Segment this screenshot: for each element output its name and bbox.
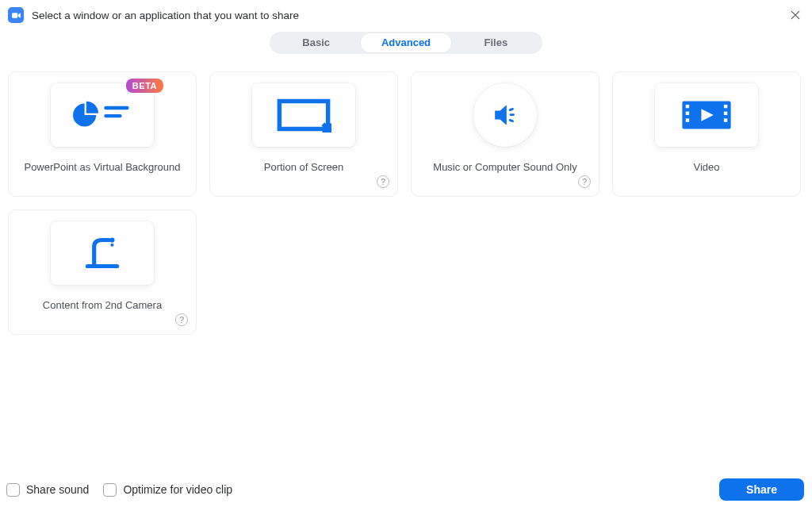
close-icon (790, 10, 801, 21)
speaker-icon (488, 98, 523, 133)
option-thumb (252, 83, 355, 147)
window-title: Select a window or an application that y… (32, 10, 787, 21)
footer-bar: Share sound Optimize for video clip Shar… (0, 472, 812, 507)
option-label: Music or Computer Sound Only (433, 161, 576, 173)
help-icon[interactable]: ? (175, 313, 188, 326)
optimize-video-clip-checkbox[interactable]: Optimize for video clip (103, 483, 232, 497)
svg-rect-12 (724, 112, 727, 115)
svg-rect-5 (508, 108, 514, 112)
svg-rect-10 (686, 118, 689, 121)
svg-rect-0 (12, 13, 17, 18)
svg-rect-3 (279, 102, 327, 129)
checkbox-label: Optimize for video clip (123, 483, 232, 496)
option-label: Content from 2nd Camera (43, 299, 162, 311)
document-camera-icon (76, 233, 128, 273)
svg-rect-9 (686, 112, 689, 115)
video-film-icon (679, 98, 734, 133)
tab-files[interactable]: Files (451, 33, 541, 52)
beta-badge: BETA (126, 79, 163, 93)
tabs: Basic Advanced Files (270, 32, 542, 54)
svg-rect-13 (724, 118, 727, 121)
checkbox-icon (6, 483, 20, 497)
svg-rect-4 (510, 113, 515, 116)
option-thumb (51, 221, 154, 285)
option-portion-of-screen[interactable]: Portion of Screen ? (209, 71, 398, 197)
svg-rect-8 (686, 105, 689, 108)
svg-point-14 (109, 237, 114, 242)
share-sound-checkbox[interactable]: Share sound (6, 483, 89, 497)
help-icon[interactable]: ? (377, 175, 389, 188)
option-label: Video (693, 161, 719, 173)
zoom-app-icon (8, 7, 24, 23)
close-button[interactable] (787, 6, 804, 24)
option-label: PowerPoint as Virtual Background (24, 161, 180, 173)
window-header: Select a window or an application that y… (0, 0, 812, 29)
checkbox-label: Share sound (26, 483, 89, 496)
presentation-icon (67, 93, 138, 137)
tab-basic[interactable]: Basic (271, 33, 361, 52)
option-computer-sound-only[interactable]: Music or Computer Sound Only ? (411, 71, 599, 197)
share-button[interactable]: Share (719, 478, 804, 501)
svg-rect-1 (104, 106, 128, 109)
option-thumb (473, 83, 537, 147)
svg-rect-2 (104, 114, 121, 117)
svg-point-15 (110, 244, 113, 247)
help-icon[interactable]: ? (578, 175, 591, 188)
option-thumb: BETA (51, 83, 154, 147)
checkbox-icon (103, 483, 117, 497)
svg-rect-6 (508, 119, 514, 123)
option-second-camera[interactable]: Content from 2nd Camera ? (8, 209, 197, 335)
option-label: Portion of Screen (264, 161, 343, 173)
tabs-container: Basic Advanced Files (0, 29, 812, 62)
option-ppt-virtual-background[interactable]: BETA PowerPoint as Virtual Background (8, 71, 197, 197)
share-options-grid: BETA PowerPoint as Virtual Background Po… (0, 62, 812, 335)
option-video[interactable]: Video (612, 71, 801, 197)
option-thumb (655, 83, 758, 147)
svg-rect-11 (724, 105, 727, 108)
tab-advanced[interactable]: Advanced (361, 33, 450, 52)
screen-portion-icon (276, 98, 331, 133)
